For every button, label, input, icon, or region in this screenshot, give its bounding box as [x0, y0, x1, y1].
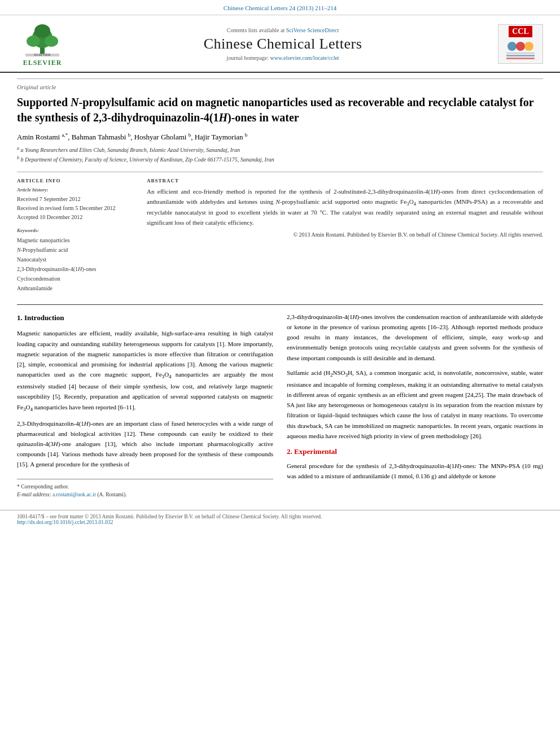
email-link[interactable]: a.rostami@uok.ac.ir: [53, 492, 96, 497]
elsevier-tree-icon: ELSEVIER: [20, 21, 65, 58]
keyword-4: 2,3-Dihydroquinazolin-4(1H)-ones: [17, 264, 135, 274]
homepage-link[interactable]: www.elsevier.com/locate/cclet: [270, 55, 339, 61]
footnote-email: E-mail address: a.rostami@uok.ac.ir (A. …: [17, 491, 273, 499]
svg-point-3: [45, 36, 58, 47]
intro-para-2: 2,3-Dihydroquinazolin-4(1H)-ones are an …: [17, 418, 273, 470]
right-para-2: Sulfamic acid (H2NSO3H, SA), a common in…: [287, 368, 543, 441]
journal-title: Chinese Chemical Letters: [79, 36, 487, 53]
copyright-text: © 2013 Amin Rostami. Published by Elsevi…: [147, 231, 543, 238]
doi-link[interactable]: http://dx.doi.org/10.1016/j.cclet.2013.0…: [17, 519, 113, 525]
elsevier-name: ELSEVIER: [23, 59, 62, 67]
svg-point-9: [524, 42, 533, 51]
body-left-col: 1. Introduction Magnetic nanoparticles a…: [17, 312, 273, 499]
paper-title: Supported N-propylsulfamic acid on magne…: [17, 95, 543, 125]
body-right-col: 2,3-dihydroquinazolin-4(1H)-ones involve…: [287, 312, 543, 499]
journal-ref-link[interactable]: Chinese Chemical Letters 24 (2013) 211–2…: [224, 5, 336, 11]
sciverse-link[interactable]: SciVerse ScienceDirect: [286, 27, 339, 33]
main-content: Original article Supported N-propylsulfa…: [0, 73, 560, 510]
keyword-1: Magnetic nanoparticles: [17, 235, 135, 245]
svg-point-7: [508, 42, 517, 51]
elsevier-logo: ELSEVIER ELSEVIER: [17, 21, 68, 67]
ccl-decorative-icon: [504, 40, 537, 62]
authors: Amin Rostami a,*, Bahman Tahmasbi b, Hos…: [17, 132, 543, 142]
footnote-corresponding: * Corresponding author.: [17, 483, 273, 491]
doi-link-container: http://dx.doi.org/10.1016/j.cclet.2013.0…: [17, 519, 543, 525]
bottom-bar: 1001-8417/$ – see front matter © 2013 Am…: [0, 510, 560, 528]
right-para-1: 2,3-dihydroquinazolin-4(1H)-ones involve…: [287, 312, 543, 363]
footnote-bar: * Corresponding author. E-mail address: …: [17, 479, 273, 499]
keywords-label: Keywords:: [17, 228, 135, 233]
contents-line: Contents lists available at SciVerse Sci…: [79, 27, 487, 33]
journal-center: Contents lists available at SciVerse Sci…: [68, 27, 498, 61]
received-1: Received 7 September 2012: [17, 195, 135, 204]
affiliation-a: a Young Researchers and Elites Club, San…: [21, 147, 240, 154]
two-col-body: 1. Introduction Magnetic nanoparticles a…: [17, 312, 543, 499]
article-info-col: ARTICLE INFO Article history: Received 7…: [17, 178, 135, 293]
article-info-label: ARTICLE INFO: [17, 178, 135, 184]
journal-homepage: journal homepage: www.elsevier.com/locat…: [79, 55, 487, 61]
svg-rect-12: [506, 58, 535, 59]
accepted: Accepted 10 December 2012: [17, 213, 135, 222]
keyword-3: Nanocatalyst: [17, 255, 135, 264]
affiliations: a a Young Researchers and Elites Club, S…: [17, 145, 543, 164]
affiliation-b: b Department of Chemistry, Faculty of Sc…: [21, 156, 274, 163]
svg-text:ELSEVIER: ELSEVIER: [34, 53, 50, 56]
keyword-2: N-Propylsulfamic acid: [17, 245, 135, 255]
svg-point-2: [27, 36, 40, 47]
abstract-label: ABSTRACT: [147, 178, 543, 184]
history-label: Article history:: [17, 187, 135, 193]
keywords-list: Magnetic nanoparticles N-Propylsulfamic …: [17, 235, 135, 293]
issn-text: 1001-8417/$ – see front matter © 2013 Am…: [17, 514, 543, 519]
body-section: 1. Introduction Magnetic nanoparticles a…: [17, 304, 543, 499]
abstract-text: An efficient and eco-friendly method is …: [147, 187, 543, 228]
svg-point-4: [34, 24, 50, 38]
abstract-col: ABSTRACT An efficient and eco-friendly m…: [147, 178, 543, 293]
introduction-heading: 1. Introduction: [17, 312, 273, 324]
contents-text: Contents lists available at: [227, 27, 286, 33]
intro-para-1: Magnetic nanoparticles are efficient, re…: [17, 328, 273, 413]
homepage-text: journal homepage:: [226, 55, 270, 61]
experimental-heading: 2. Experimental: [287, 445, 543, 457]
experimental-para: General procedure for the synthesis of 2…: [287, 461, 543, 481]
received-2: Received in revised form 5 December 2012: [17, 204, 135, 213]
keyword-6: Anthranilamide: [17, 283, 135, 293]
article-info-abstract: ARTICLE INFO Article history: Received 7…: [17, 172, 543, 293]
top-bar: Chinese Chemical Letters 24 (2013) 211–2…: [0, 0, 560, 15]
ccl-logo: CCL: [498, 24, 543, 64]
ccl-badge: CCL: [509, 26, 532, 37]
article-type: Original article: [17, 78, 543, 90]
keyword-5: Cyclocondensation: [17, 274, 135, 283]
svg-point-8: [516, 42, 525, 51]
journal-header: ELSEVIER ELSEVIER Contents lists availab…: [0, 15, 560, 73]
svg-rect-11: [506, 55, 535, 56]
